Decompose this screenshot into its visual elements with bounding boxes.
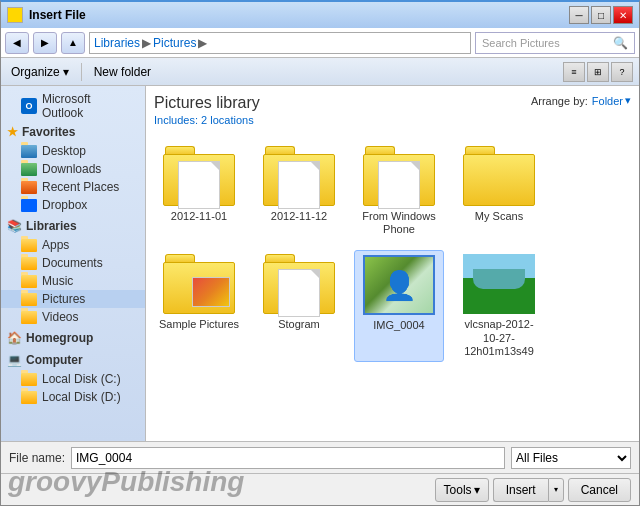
window-title: Insert File: [29, 8, 86, 22]
new-folder-button[interactable]: New folder: [90, 63, 155, 81]
tools-button[interactable]: Tools ▾: [435, 478, 489, 502]
folder-item-2012-11-12[interactable]: 2012-11-12: [254, 142, 344, 240]
photo-thumbnail-vlcsnap: [463, 254, 535, 314]
folder-item-2012-11-01[interactable]: 2012-11-01: [154, 142, 244, 240]
libraries-section: 📚 Libraries Apps Documents Music: [1, 216, 145, 326]
homegroup-section: 🏠 Homegroup: [1, 328, 145, 348]
homegroup-icon: 🏠: [7, 331, 22, 345]
path-libraries: Libraries: [94, 36, 140, 50]
c-drive-icon: [21, 373, 37, 386]
content-area: Pictures library Includes: 2 locations A…: [146, 86, 639, 441]
sidebar-item-videos[interactable]: Videos: [1, 308, 145, 326]
insert-button[interactable]: Insert: [493, 478, 548, 502]
file-label-img-0004: IMG_0004: [373, 319, 424, 332]
cancel-label: Cancel: [581, 483, 618, 497]
close-button[interactable]: ✕: [613, 6, 633, 24]
folder-label-2012-11-01: 2012-11-01: [171, 210, 227, 223]
recent-icon: [21, 181, 37, 194]
folder-item-sample-pictures[interactable]: Sample Pictures: [154, 250, 244, 362]
videos-folder-icon: [21, 311, 37, 324]
arrange-value: Folder: [592, 95, 623, 107]
folder-item-from-windows-phone[interactable]: From Windows Phone: [354, 142, 444, 240]
desktop-icon: [21, 145, 37, 158]
insert-dropdown-button[interactable]: ▾: [548, 478, 564, 502]
forward-button[interactable]: ▶: [33, 32, 57, 54]
window-controls: ─ □ ✕: [569, 6, 633, 24]
folder-label-stogram: Stogram: [278, 318, 320, 331]
downloads-icon: [21, 163, 37, 176]
sidebar-item-d-drive[interactable]: Local Disk (D:): [1, 388, 145, 406]
folder-item-my-scans[interactable]: My Scans: [454, 142, 544, 240]
arrange-by: Arrange by: Folder ▾: [531, 94, 631, 107]
window-icon: [7, 7, 23, 23]
back-button[interactable]: ◀: [5, 32, 29, 54]
homegroup-header[interactable]: 🏠 Homegroup: [1, 328, 145, 348]
sidebar: O Microsoft Outlook ★ Favorites Desktop: [1, 86, 146, 441]
music-label: Music: [42, 274, 73, 288]
folder-item-stogram[interactable]: Stogram: [254, 250, 344, 362]
address-path[interactable]: Libraries ▶ Pictures ▶: [89, 32, 471, 54]
file-item-vlcsnap[interactable]: vlcsnap-2012-10-27-12h01m13s49: [454, 250, 544, 362]
tools-chevron-icon: ▾: [474, 483, 480, 497]
folder-label-2012-11-12: 2012-11-12: [271, 210, 327, 223]
computer-header[interactable]: 💻 Computer: [1, 350, 145, 370]
file-item-img-0004[interactable]: IMG_0004: [354, 250, 444, 362]
help-button[interactable]: ?: [611, 62, 633, 82]
action-bar: Tools ▾ Insert ▾ Cancel: [1, 473, 639, 505]
folder-icon-2012-11-12: [263, 146, 335, 206]
search-placeholder: Search Pictures: [482, 37, 560, 49]
sidebar-item-desktop[interactable]: Desktop: [1, 142, 145, 160]
organize-button[interactable]: Organize ▾: [7, 63, 73, 81]
sidebar-item-pictures[interactable]: Pictures: [1, 290, 145, 308]
arrange-chevron-icon: ▾: [625, 94, 631, 107]
outlook-icon: O: [21, 98, 37, 114]
filename-input[interactable]: [71, 447, 505, 469]
up-button[interactable]: ▲: [61, 32, 85, 54]
dropbox-icon: [21, 199, 37, 212]
sidebar-item-dropbox[interactable]: Dropbox: [1, 196, 145, 214]
sidebar-item-apps[interactable]: Apps: [1, 236, 145, 254]
toolbar: Organize ▾ New folder ≡ ⊞ ?: [1, 58, 639, 86]
homegroup-label: Homegroup: [26, 331, 93, 345]
arrange-label: Arrange by:: [531, 95, 588, 107]
arrange-dropdown[interactable]: Folder ▾: [592, 94, 631, 107]
sidebar-item-music[interactable]: Music: [1, 272, 145, 290]
folder-label-windows-phone: From Windows Phone: [358, 210, 440, 236]
sidebar-item-downloads[interactable]: Downloads: [1, 160, 145, 178]
apps-label: Apps: [42, 238, 69, 252]
sidebar-item-recent[interactable]: Recent Places: [1, 178, 145, 196]
computer-icon: 💻: [7, 353, 22, 367]
toolbar-separator: [81, 63, 82, 81]
favorites-section: ★ Favorites Desktop Downloads Recent Pla…: [1, 122, 145, 214]
cancel-button[interactable]: Cancel: [568, 478, 631, 502]
title-bar: Insert File ─ □ ✕: [1, 2, 639, 28]
music-folder-icon: [21, 275, 37, 288]
folder-icon-sample-pictures: [163, 254, 235, 314]
address-bar: ◀ ▶ ▲ Libraries ▶ Pictures ▶ Search Pict…: [1, 28, 639, 58]
maximize-button[interactable]: □: [591, 6, 611, 24]
favorites-header[interactable]: ★ Favorites: [1, 122, 145, 142]
libraries-header[interactable]: 📚 Libraries: [1, 216, 145, 236]
filetype-select[interactable]: All Files: [511, 447, 631, 469]
favorites-label: Favorites: [22, 125, 75, 139]
sidebar-item-c-drive[interactable]: Local Disk (C:): [1, 370, 145, 388]
view-list-button[interactable]: ≡: [563, 62, 585, 82]
videos-label: Videos: [42, 310, 78, 324]
content-subtitle[interactable]: Includes: 2 locations: [154, 114, 260, 126]
sidebar-outlook[interactable]: O Microsoft Outlook: [1, 90, 145, 122]
search-icon: 🔍: [613, 36, 628, 50]
downloads-label: Downloads: [42, 162, 101, 176]
files-grid: 2012-11-01 2012-11-12: [154, 138, 631, 362]
folder-icon-stogram: [263, 254, 335, 314]
folder-label-my-scans: My Scans: [475, 210, 523, 223]
sidebar-item-documents[interactable]: Documents: [1, 254, 145, 272]
folder-icon-2012-11-01: [163, 146, 235, 206]
organize-chevron: ▾: [63, 65, 69, 79]
view-details-button[interactable]: ⊞: [587, 62, 609, 82]
search-box[interactable]: Search Pictures 🔍: [475, 32, 635, 54]
outlook-label: Microsoft Outlook: [42, 92, 135, 120]
desktop-label: Desktop: [42, 144, 86, 158]
path-pictures: Pictures: [153, 36, 196, 50]
content-title: Pictures library: [154, 94, 260, 112]
minimize-button[interactable]: ─: [569, 6, 589, 24]
